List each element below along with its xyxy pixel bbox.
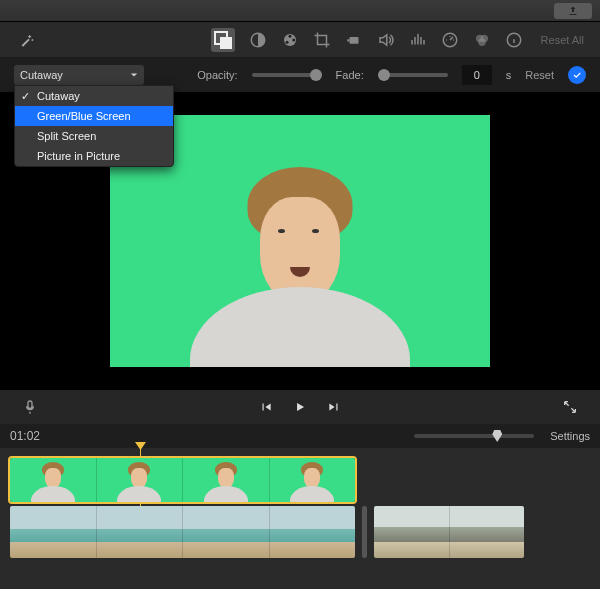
play-button[interactable] <box>293 400 307 414</box>
svg-point-4 <box>288 34 291 37</box>
fade-slider[interactable] <box>378 69 448 81</box>
reset-button[interactable]: Reset <box>525 69 554 81</box>
svg-point-6 <box>285 40 288 43</box>
svg-rect-11 <box>417 34 419 45</box>
opacity-slider[interactable] <box>252 69 322 81</box>
dropdown-value: Cutaway <box>20 69 63 81</box>
zoom-slider[interactable] <box>414 434 534 438</box>
inspector-toolbar: Reset All <box>0 22 600 58</box>
prev-button[interactable] <box>259 400 273 414</box>
dropdown-menu: Cutaway Green/Blue Screen Split Screen P… <box>14 85 174 167</box>
subject-placeholder <box>200 157 400 367</box>
color-tool[interactable] <box>281 31 299 49</box>
audio-tool[interactable] <box>377 31 395 49</box>
dropdown-item-greenblue[interactable]: Green/Blue Screen <box>15 106 173 126</box>
window-titlebar <box>0 0 600 22</box>
voiceover-button[interactable] <box>22 399 38 415</box>
opacity-label: Opacity: <box>197 69 237 81</box>
stabilize-tool[interactable] <box>345 31 363 49</box>
fade-label: Fade: <box>336 69 364 81</box>
fade-unit: s <box>506 69 512 81</box>
svg-rect-12 <box>420 37 422 45</box>
primary-clip-1[interactable] <box>10 506 355 558</box>
info-tool[interactable] <box>505 31 523 49</box>
svg-rect-1 <box>220 37 232 49</box>
share-button[interactable] <box>554 3 592 19</box>
check-icon <box>572 70 582 80</box>
color-balance-tool[interactable] <box>473 31 491 49</box>
chevron-down-icon <box>130 71 138 79</box>
crop-tool[interactable] <box>313 31 331 49</box>
svg-point-5 <box>292 38 295 41</box>
dropdown-item-pip[interactable]: Picture in Picture <box>15 146 173 166</box>
fade-value-field[interactable]: 0 <box>462 65 492 85</box>
timecode: 01:02 <box>10 429 40 443</box>
apply-check-button[interactable] <box>568 66 586 84</box>
clip-gap-handle[interactable] <box>362 506 367 558</box>
tool-icons <box>211 28 523 52</box>
wand-icon <box>19 32 35 48</box>
overlay-track <box>10 458 590 502</box>
speed-tool[interactable] <box>441 31 459 49</box>
fullscreen-button[interactable] <box>562 399 578 415</box>
reset-all-button[interactable]: Reset All <box>541 34 584 46</box>
primary-clip-2[interactable] <box>374 506 524 558</box>
next-button[interactable] <box>327 400 341 414</box>
svg-rect-13 <box>423 40 425 45</box>
svg-rect-8 <box>347 39 349 41</box>
overlay-clip[interactable] <box>10 458 355 502</box>
dropdown-item-cutaway[interactable]: Cutaway <box>15 86 173 106</box>
magic-wand-button[interactable] <box>16 29 38 51</box>
overlay-tool[interactable] <box>211 28 235 52</box>
dropdown-item-split[interactable]: Split Screen <box>15 126 173 146</box>
transport-bar <box>0 390 600 424</box>
settings-button[interactable]: Settings <box>550 430 590 442</box>
svg-rect-7 <box>349 37 358 44</box>
filter-tool[interactable] <box>249 31 267 49</box>
primary-track <box>10 506 590 558</box>
svg-point-17 <box>478 38 486 46</box>
svg-rect-9 <box>411 40 413 45</box>
share-icon <box>567 5 579 17</box>
svg-rect-10 <box>414 37 416 45</box>
eq-tool[interactable] <box>409 31 427 49</box>
overlay-controls: Cutaway Cutaway Green/Blue Screen Split … <box>0 58 600 92</box>
overlay-mode-dropdown[interactable]: Cutaway Cutaway Green/Blue Screen Split … <box>14 65 144 85</box>
timeline-header: 01:02 Settings <box>0 424 600 448</box>
timeline[interactable] <box>0 448 600 589</box>
